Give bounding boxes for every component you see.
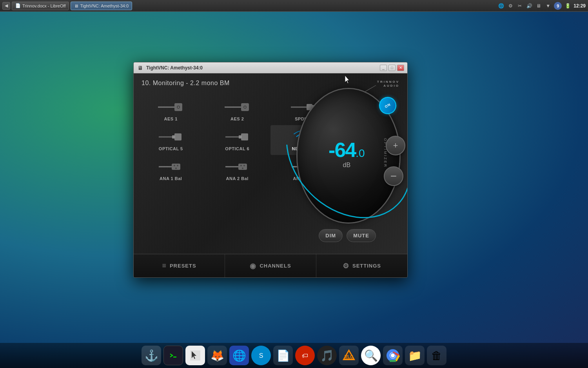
optical5-icon (157, 129, 185, 145)
svg-point-26 (175, 168, 177, 169)
aes1-icon (157, 99, 185, 115)
volume-down-button[interactable]: − (384, 166, 403, 186)
volume-main: -64 (328, 140, 356, 160)
svg-text:VLC: VLC (345, 354, 353, 359)
aes2-icon (223, 99, 251, 115)
source-optical6[interactable]: OPTICAL 6 (204, 125, 271, 155)
taskbar-right: 🌐 ⚙ ✂ 🔊 🖥 ▼ 9 🔋 12:29 (497, 2, 586, 10)
dock-cursor[interactable] (185, 346, 205, 365)
dock-files[interactable]: 📁 (405, 346, 425, 365)
minimize-button[interactable]: _ (380, 65, 387, 71)
source-optical5[interactable]: OPTICAL 5 (138, 125, 204, 155)
dock-firefox[interactable]: 🦊 (207, 346, 227, 365)
app-content: 10. Monitoring - 2.2 mono BM TRINNOV AUD… (134, 73, 407, 277)
svg-rect-40 (168, 350, 179, 361)
dock-anchor[interactable]: ⚓ (142, 346, 161, 365)
volume-decimal: .0 (356, 147, 365, 160)
tightvnc-window: 🖥 TightVNC: Amethyst-34:0 _ □ ✕ 10. Moni… (133, 62, 408, 278)
svg-point-31 (242, 168, 243, 169)
scissors-sys-icon[interactable]: ✂ (516, 2, 523, 9)
dock-tag[interactable]: 🏷 (295, 346, 315, 365)
dropdown-arrow-icon[interactable]: ▼ (544, 2, 552, 9)
presets-icon: ≡ (162, 262, 167, 270)
libreoffice-icon: 📄 (15, 3, 21, 8)
task-libreoffice[interactable]: 📄 Trinnov.docx - LibreOff (12, 2, 69, 10)
task-tightvnc[interactable]: 🖥 TightVNC: Amethyst-34:0 (71, 2, 132, 10)
source-aes2[interactable]: AES 2 (204, 95, 271, 125)
svg-point-29 (240, 165, 242, 166)
svg-rect-14 (174, 133, 181, 140)
taskbar-top: ◀ 📄 Trinnov.docx - LibreOff 🖥 TightVNC: … (0, 0, 588, 12)
nav-channels[interactable]: ◉ CHANNELS (225, 254, 316, 277)
window-title: TightVNC: Amethyst-34:0 (146, 65, 377, 71)
taskbar-left: ◀ 📄 Trinnov.docx - LibreOff 🖥 TightVNC: … (2, 2, 497, 10)
settings-icon: ⚙ (343, 262, 349, 270)
aes1-label: AES 1 (164, 117, 178, 121)
svg-text:S: S (259, 352, 263, 359)
volume-unit: dB (328, 162, 365, 169)
volume-display: -64 .0 dB (328, 140, 365, 169)
aes2-label: AES 2 (230, 117, 244, 121)
bottom-nav: ≡ PRESETS ◉ CHANNELS ⚙ SETTINGS (134, 254, 407, 277)
dock-vlc[interactable]: VLC (339, 346, 359, 365)
dock-search[interactable]: 🔍 (361, 346, 381, 365)
mute-button[interactable]: MUTE (347, 229, 376, 242)
dock-skype[interactable]: S (251, 346, 271, 365)
preset-name: 10. Monitoring - 2.2 mono BM (142, 80, 230, 87)
svg-text:🏷: 🏷 (302, 352, 308, 359)
svg-rect-15 (172, 135, 175, 138)
close-button[interactable]: ✕ (397, 65, 404, 71)
back-button[interactable]: ◀ (2, 2, 10, 10)
dock-file[interactable]: 📄 (273, 346, 293, 365)
control-buttons: DIM MUTE (319, 229, 376, 242)
nav-settings[interactable]: ⚙ SETTINGS (316, 254, 407, 277)
dock-trash[interactable]: 🗑 (427, 346, 446, 365)
optical6-icon (223, 129, 251, 145)
svg-point-7 (244, 107, 245, 108)
window-app-icon: 🖥 (137, 64, 144, 71)
svg-point-24 (174, 165, 175, 166)
trinnov-logo: TRINNOV AUDIO (377, 80, 399, 87)
optical6-label: OPTICAL 6 (225, 146, 249, 151)
window-titlebar: 🖥 TightVNC: Amethyst-34:0 _ □ ✕ (134, 62, 407, 73)
settings-sys-icon[interactable]: ⚙ (507, 2, 514, 9)
volume-sys-icon[interactable]: 🔊 (526, 2, 533, 9)
source-ana1[interactable]: ANA 1 Bal (138, 155, 204, 185)
network-sys-icon[interactable]: 🌐 (497, 2, 505, 9)
svg-point-30 (243, 165, 245, 166)
nav-presets[interactable]: ≡ PRESETS (134, 254, 225, 277)
settings-label: SETTINGS (352, 263, 381, 269)
presets-label: PRESETS (170, 263, 196, 269)
svg-point-3 (178, 107, 179, 108)
volume-readout: -64 .0 (328, 140, 365, 160)
dock-chrome[interactable] (383, 346, 403, 365)
window-controls: _ □ ✕ (380, 65, 404, 71)
svg-rect-18 (239, 135, 242, 138)
taskbar-bottom: ⚓ 🦊 🌐 S 📄 🏷 🎵 VLC 🔍 (0, 343, 588, 368)
svg-rect-17 (241, 133, 248, 140)
source-ana2[interactable]: ANA 2 Bal (204, 155, 271, 185)
user-badge: 9 (554, 2, 562, 10)
svg-point-25 (177, 165, 178, 166)
dock-terminal[interactable] (163, 346, 183, 365)
ana2-icon (223, 159, 251, 175)
dim-button[interactable]: DIM (319, 229, 343, 242)
volume-knob-section: -64 .0 dB ON OPTIMIZER + − (298, 89, 399, 222)
channels-label: CHANNELS (260, 263, 291, 269)
battery-icon: 🔋 (564, 2, 571, 9)
ana1-label: ANA 1 Bal (160, 176, 182, 181)
ana1-icon (157, 159, 185, 175)
clock: 12:29 (573, 3, 586, 9)
dock-globe[interactable]: 🌐 (229, 346, 249, 365)
vnc-icon: 🖥 (74, 4, 78, 8)
optical5-label: OPTICAL 5 (159, 146, 183, 151)
display-sys-icon[interactable]: 🖥 (535, 2, 542, 9)
source-aes1[interactable]: AES 1 (138, 95, 204, 125)
volume-up-button[interactable]: + (386, 136, 405, 155)
dock-music[interactable]: 🎵 (317, 346, 337, 365)
ana2-label: ANA 2 Bal (226, 176, 249, 181)
channels-icon: ◉ (250, 262, 256, 270)
svg-point-53 (391, 353, 395, 357)
maximize-button[interactable]: □ (388, 65, 396, 71)
